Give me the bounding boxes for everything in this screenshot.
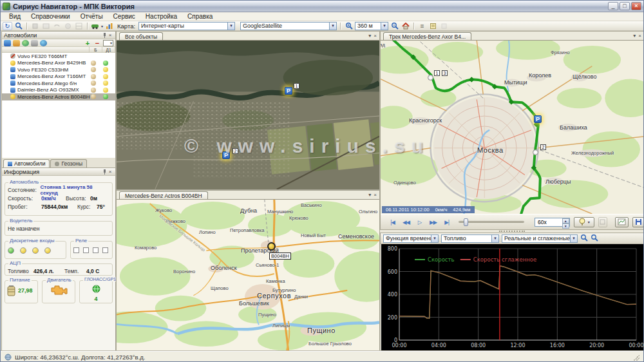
vehicle-marker[interactable] — [267, 242, 276, 251]
tab-list-icon[interactable]: ▾ — [368, 192, 371, 198]
zoom-in-icon[interactable] — [344, 22, 354, 30]
menu-item[interactable]: Справочники — [26, 13, 75, 20]
map-label: Щапово — [211, 285, 229, 291]
close-button[interactable]: × — [631, 2, 641, 10]
playback-button[interactable]: ▷ — [413, 219, 426, 225]
tab-track-map[interactable]: Трек Mercedes-Benz Axor В4... — [383, 32, 471, 40]
edit-icon[interactable] — [13, 40, 20, 46]
parking-marker[interactable]: P — [534, 115, 542, 123]
close-icon[interactable]: × — [374, 192, 377, 198]
column-b[interactable]: Б — [90, 47, 102, 52]
map-layer-select[interactable]: GoogleSatellite▾ — [240, 22, 337, 30]
vehicle-map[interactable]: ЖуковоРыжковоДубнаМанушкиноВаськиноКрюко… — [117, 200, 379, 351]
tab-all-objects[interactable]: Все объекты — [119, 32, 163, 40]
playback-button[interactable]: ▶▶ — [426, 219, 440, 225]
vehicle-row[interactable]: Mercedes-Benz Actros В004ВН — [2, 93, 115, 100]
relay-checkbox[interactable] — [102, 247, 108, 253]
playback-button[interactable]: |◀ — [386, 219, 399, 225]
slider-thumb[interactable] — [464, 218, 468, 226]
vehicle-row[interactable]: Daimler-Benz AG О932МХ — [2, 87, 115, 94]
mileage-value: 75844,0км — [41, 204, 77, 210]
map-label: Петропавловка — [230, 227, 264, 233]
refresh-button[interactable]: ↻ — [3, 22, 12, 30]
zoom-level-select[interactable]: 360 м▾ — [355, 22, 388, 30]
chart-zoom-in-icon[interactable] — [580, 233, 588, 244]
chart-parameter-select[interactable]: Топливо▾ — [441, 234, 499, 243]
relay-checkbox[interactable] — [93, 247, 99, 253]
notes-icon[interactable] — [428, 22, 438, 30]
poi-marker-button[interactable]: ▾ — [574, 217, 594, 227]
search-icon[interactable] — [14, 22, 23, 30]
stop-number-marker[interactable]: 1 — [294, 83, 299, 89]
map-source-select[interactable]: Интернет-карты▾ — [138, 22, 235, 30]
stop-number-marker[interactable]: 2 — [540, 144, 546, 150]
open-chart-button[interactable] — [615, 217, 629, 227]
menu-item[interactable]: Настройка — [141, 13, 182, 20]
stop-number-marker[interactable]: 1 — [434, 70, 440, 76]
menu-item[interactable]: Справка — [183, 13, 217, 20]
tab-list-icon[interactable]: ▾ — [633, 33, 636, 39]
legend-list-icon[interactable]: ≡ — [417, 22, 427, 30]
chart-mode-select[interactable]: Функция времени▾ — [383, 234, 439, 243]
playback-rate-value: 60x — [535, 218, 562, 226]
tab-list-icon[interactable]: ▾ — [368, 33, 371, 39]
find-vehicle-icon[interactable] — [4, 40, 11, 46]
gps-satellite-count: 4 — [80, 296, 112, 302]
grid-icon — [74, 22, 84, 30]
chart-zoom-out-icon[interactable] — [591, 233, 598, 244]
vehicle-dropdown-button[interactable]: ▾ — [91, 22, 103, 30]
minimize-button[interactable]: _ — [608, 2, 618, 10]
resize-grip[interactable] — [633, 354, 639, 361]
vehicle-row[interactable]: Mercedes-Benz Axor Т166МТ — [2, 73, 115, 81]
chevron-down-icon: ▾ — [431, 235, 438, 242]
camera-icon[interactable] — [31, 40, 38, 46]
stop-number-marker[interactable]: 2 — [232, 148, 238, 154]
zoom-out-icon[interactable] — [390, 22, 399, 30]
playback-button[interactable]: ▶| — [440, 219, 453, 225]
close-icon[interactable]: × — [107, 169, 113, 175]
relay-checkbox[interactable] — [83, 247, 89, 253]
relay-checkbox[interactable] — [73, 247, 79, 253]
stop-number-marker[interactable]: 3 — [442, 70, 448, 76]
vehicle-row[interactable]: Volvo FE320 С533НМ — [2, 66, 115, 73]
tab-vehicle-map[interactable]: Mercedes-Benz Actros В004ВН — [119, 191, 208, 199]
vehicle-row[interactable]: Mercedes-Benz Atego б/н — [2, 80, 115, 87]
map-label: Каменка — [266, 278, 285, 284]
chart-view-select[interactable]: Реальные и сглаженные значения▾ — [502, 234, 578, 243]
state-label: Состояние: — [8, 187, 41, 193]
playback-rate-spinner[interactable]: 60x ▲▼ — [535, 218, 570, 227]
maximize-button[interactable]: □ — [620, 2, 630, 10]
globe2-icon[interactable] — [40, 40, 47, 46]
save-button[interactable] — [632, 217, 644, 227]
close-icon[interactable]: × — [638, 33, 641, 39]
chart-area[interactable]: 00:0004:0008:0012:0016:0020:0000:0002004… — [381, 244, 643, 350]
menu-item[interactable]: Сервис — [109, 13, 140, 20]
remove-button[interactable]: − — [93, 40, 101, 46]
region-button[interactable]: ▾ — [103, 40, 113, 46]
side-tab[interactable]: Автомобили — [3, 159, 50, 167]
add-button[interactable]: + — [84, 40, 91, 46]
pin-icon[interactable] — [102, 169, 107, 175]
vehicle-row[interactable]: Mercedes-Benz Axor В429НВ — [2, 60, 115, 67]
close-icon[interactable]: × — [374, 33, 377, 39]
menu-item[interactable]: Отчёты — [76, 13, 108, 20]
spin-up-icon[interactable]: ▲ — [562, 218, 569, 224]
globe-icon[interactable] — [22, 40, 29, 46]
playback-status-ribbon: 06.11.2011 10:12:00 0км/ч 424,9км — [382, 206, 475, 213]
home-icon[interactable] — [401, 22, 410, 30]
menu-item[interactable]: Вид — [5, 13, 25, 20]
track-map[interactable]: ЗеленоградФрязиноКоролевЩёлковоМытищиКра… — [381, 41, 644, 214]
report-chart-icon[interactable] — [104, 22, 114, 30]
vehicle-row[interactable]: Volvo FE320 Т666МТ — [2, 53, 115, 60]
satellite-map[interactable]: PP 12 — [117, 41, 379, 189]
spin-down-icon[interactable]: ▼ — [562, 224, 569, 229]
vehicle-name: Mercedes-Benz Axor Т166МТ — [17, 73, 91, 79]
map-label: Лопино — [199, 229, 216, 235]
close-icon[interactable]: × — [107, 32, 113, 39]
tab-icon — [55, 162, 59, 166]
pin-icon[interactable] — [102, 33, 107, 38]
playback-button[interactable]: ◀◀ — [399, 219, 413, 225]
side-tab[interactable]: Геозоны — [50, 159, 87, 167]
playback-slider[interactable] — [459, 221, 524, 223]
column-d1[interactable]: Д1 — [102, 47, 115, 52]
